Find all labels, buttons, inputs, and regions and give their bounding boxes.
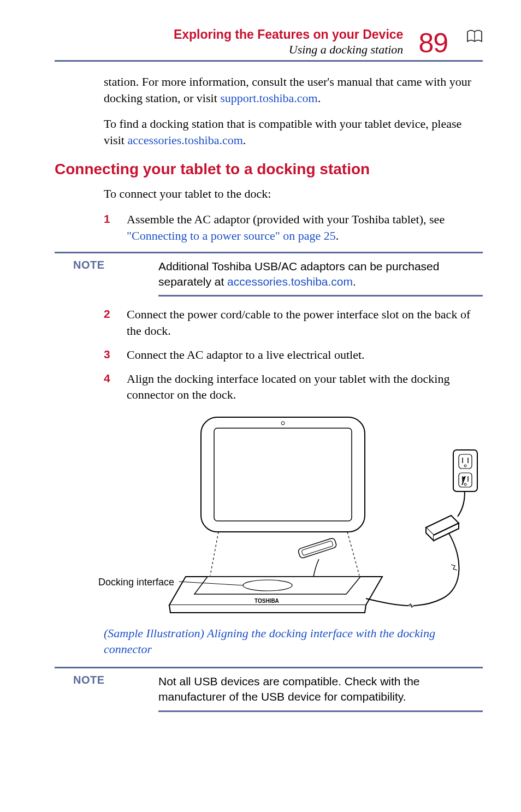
step-number: 2 (104, 306, 127, 339)
note-text: Additional Toshiba USB/AC adaptors can b… (158, 259, 483, 290)
svg-point-8 (243, 580, 292, 591)
header-rule (55, 60, 483, 62)
svg-line-4 (210, 532, 218, 576)
link-accessories-toshiba-note[interactable]: accessories.toshiba.com (227, 275, 353, 288)
step-3: 3 Connect the AC adaptor to a live elect… (104, 347, 483, 363)
heading-connecting-tablet: Connecting your tablet to a docking stat… (55, 161, 483, 178)
text-run: . (353, 275, 356, 288)
book-icon (466, 29, 483, 48)
note-text: Not all USB devices are compatible. Chec… (158, 674, 483, 705)
note-rule-top (55, 252, 483, 253)
note-usb-compat: NOTE Not all USB devices are compatible.… (55, 667, 483, 712)
section-title: Using a docking station (174, 43, 404, 57)
note-label: NOTE (55, 674, 158, 686)
text-run: Assemble the AC adaptor (provided with y… (127, 212, 445, 226)
svg-rect-2 (214, 428, 352, 521)
running-header: Exploring the Features on your Device Us… (55, 27, 483, 57)
link-connecting-power-source[interactable]: "Connecting to a power source" on page 2… (127, 229, 336, 242)
svg-rect-12 (459, 454, 472, 469)
note-adaptors: NOTE Additional Toshiba USB/AC adaptors … (55, 252, 483, 297)
chapter-title: Exploring the Features on your Device (174, 27, 404, 43)
step-text: Assemble the AC adaptor (provided with y… (127, 211, 483, 244)
step-text: Align the docking interface located on y… (127, 371, 483, 403)
step-number: 3 (104, 347, 127, 363)
step-text: Connect the power cord/cable to the powe… (127, 306, 483, 339)
step-1: 1 Assemble the AC adaptor (provided with… (104, 211, 483, 244)
link-support-toshiba[interactable]: support.toshiba.com (220, 91, 317, 105)
step-4: 4 Align the docking interface located on… (104, 371, 483, 403)
callout-docking-interface: Docking interface (98, 577, 174, 588)
text-run: . (336, 229, 339, 242)
figure-caption: (Sample Illustration) Aligning the docki… (104, 626, 483, 657)
svg-line-5 (347, 532, 359, 576)
step-number: 1 (104, 211, 127, 244)
page-number: 89 (418, 29, 448, 57)
svg-rect-13 (459, 473, 472, 487)
note-rule-bottom (158, 710, 483, 712)
text-run: . (243, 133, 246, 147)
text-run: . (318, 91, 321, 105)
link-accessories-toshiba[interactable]: accessories.toshiba.com (127, 133, 242, 147)
step-2: 2 Connect the power cord/cable to the po… (104, 306, 483, 339)
step-text: Connect the AC adaptor to a live electri… (127, 347, 483, 363)
note-label: NOTE (55, 259, 158, 271)
note-rule-top (55, 667, 483, 668)
para-find-dock: To find a docking station that is compat… (104, 116, 483, 148)
svg-text:TOSHIBA: TOSHIBA (254, 598, 279, 604)
docking-illustration: TOSHIBA (104, 413, 483, 620)
header-titles: Exploring the Features on your Device Us… (174, 27, 404, 57)
step-number: 4 (104, 371, 127, 403)
intro-text: To connect your tablet to the dock: (104, 186, 483, 202)
para-continuation: station. For more information, consult t… (104, 74, 483, 106)
figure-docking: Docking interface TOSHIBA (104, 413, 483, 620)
note-rule-bottom (158, 295, 483, 297)
